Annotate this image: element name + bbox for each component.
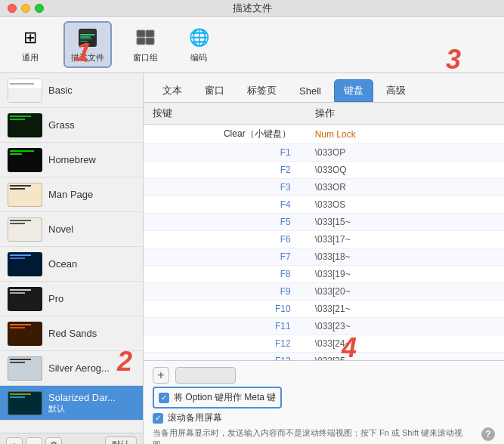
svg-rect-1 [80, 30, 95, 33]
table-row[interactable]: Clear（小键盘）Num Lock [144, 125, 504, 144]
sidebar-item-ocean[interactable]: Ocean [0, 247, 143, 282]
theme-preview-silveraero [8, 356, 42, 381]
toolbar-general[interactable]: ⊞ 通用 [11, 21, 50, 68]
add-key-button[interactable]: + [153, 367, 169, 384]
sidebar-item-novel[interactable]: Novel [0, 212, 143, 247]
sidebar-item-name-silveraero: Silver Aerog... [48, 362, 135, 374]
minimize-button[interactable] [21, 4, 30, 13]
key-cell: F11 [144, 318, 306, 335]
table-row[interactable]: F10\033[21~ [144, 301, 504, 318]
sidebar: Basic Grass Homebrew [0, 73, 144, 444]
svg-rect-6 [137, 30, 145, 37]
table-row[interactable]: F5\033[15~ [144, 214, 504, 231]
sidebar-item-redsands[interactable]: Red Sands [0, 316, 143, 351]
table-row[interactable]: F3\033OR [144, 179, 504, 196]
add-profile-button[interactable]: + [6, 437, 23, 445]
table-row[interactable]: F9\033[20~ [144, 283, 504, 301]
tab-text[interactable]: 文本 [153, 79, 192, 102]
sidebar-item-name-grass: Grass [48, 119, 135, 131]
settings-profile-button[interactable]: ⚙ [45, 437, 62, 445]
sidebar-item-homebrew[interactable]: Homebrew [0, 143, 143, 177]
theme-preview-novel [8, 217, 42, 242]
col-header-action: 操作 [306, 103, 504, 125]
toolbar-general-label: 通用 [22, 52, 39, 63]
hint-text: 当备用屏幕显示时，发送输入内容而不是滚动终端视图；按下 Fn 或 Shift 键… [153, 427, 475, 444]
fullscreen-button[interactable] [35, 4, 44, 13]
toolbar-window-label: 窗口组 [133, 52, 158, 63]
right-panel: 文本 窗口 标签页 Shell 键盘 高级 按键 操作 Clear（小键盘）Nu… [144, 73, 504, 444]
svg-rect-7 [137, 38, 145, 45]
general-icon: ⊞ [18, 26, 42, 50]
sidebar-item-name-basic: Basic [48, 85, 135, 96]
toolbar-window[interactable]: 窗口组 [125, 21, 165, 68]
key-cell: F8 [144, 266, 306, 283]
sidebar-bottom: + − ⚙ 默认 [0, 433, 143, 444]
key-cell: F1 [144, 144, 306, 162]
svg-rect-8 [146, 30, 154, 37]
theme-preview-grass [8, 113, 42, 137]
checkbox-meta-row[interactable]: 将 Option 键用作 Meta 键 [153, 387, 282, 409]
checkbox-scroll-icon[interactable] [153, 413, 163, 424]
toolbar-profile[interactable]: 描述文件 [63, 21, 112, 68]
table-row[interactable]: F4\033OS [144, 196, 504, 214]
action-cell: \033OS [306, 196, 504, 214]
toolbar-encoding-label: 编码 [190, 52, 207, 63]
key-cell: F7 [144, 248, 306, 266]
theme-preview-basic [8, 79, 42, 103]
table-row[interactable]: F12\033[24~ [144, 335, 504, 353]
table-row[interactable]: F7\033[18~ [144, 248, 504, 266]
sidebar-item-name-homebrew: Homebrew [48, 154, 135, 165]
tabs: 文本 窗口 标签页 Shell 键盘 高级 [144, 73, 504, 103]
action-cell: \033[25~ [306, 353, 504, 361]
checkbox-meta-icon[interactable] [159, 393, 169, 403]
table-row[interactable]: F6\033[17~ [144, 231, 504, 248]
sidebar-item-solarized[interactable]: Solarized Dar... 默认 [0, 386, 143, 421]
action-cell: \033[23~ [306, 318, 504, 335]
sidebar-item-basic[interactable]: Basic [0, 73, 143, 108]
sidebar-item-silveraero[interactable]: Silver Aerog... [0, 351, 143, 386]
theme-preview-pro [8, 287, 42, 311]
tab-keyboard[interactable]: 键盘 [334, 79, 373, 102]
tab-advanced[interactable]: 高级 [376, 79, 416, 102]
bottom-toolbar-row: + [153, 367, 495, 384]
svg-rect-4 [80, 39, 92, 39]
key-cell: F6 [144, 231, 306, 248]
tab-window[interactable]: 窗口 [195, 79, 234, 102]
theme-preview-ocean [8, 252, 42, 276]
toolbar: ⊞ 通用 描述文件 窗口组 🌐 编码 [0, 17, 504, 73]
table-row[interactable]: F1\033OP [144, 144, 504, 162]
help-button[interactable]: ? [481, 427, 495, 441]
action-cell: Num Lock [306, 125, 504, 144]
theme-preview-homebrew [8, 148, 42, 172]
checkbox-scroll-label: 滚动备用屏幕 [168, 412, 222, 424]
svg-rect-9 [146, 38, 154, 45]
action-cell: \033OP [306, 144, 504, 162]
sidebar-item-info-basic: Basic [48, 85, 135, 96]
action-cell: \033[17~ [306, 231, 504, 248]
table-row[interactable]: F13\033[25~ [144, 353, 504, 361]
window-title: 描述文件 [233, 2, 272, 15]
table-row[interactable]: F2\033OQ [144, 162, 504, 179]
traffic-lights [8, 4, 44, 13]
tab-shell[interactable]: Shell [289, 81, 331, 101]
action-cell: \033OR [306, 179, 504, 196]
keyboard-table-area[interactable]: 按键 操作 Clear（小键盘）Num LockF1\033OPF2\033OQ… [144, 103, 504, 360]
table-row[interactable]: F11\033[23~ [144, 318, 504, 335]
remove-profile-button[interactable]: − [26, 437, 42, 445]
close-button[interactable] [8, 4, 17, 13]
checkbox-scroll-row[interactable]: 滚动备用屏幕 [153, 412, 495, 424]
checkbox-meta-label: 将 Option 键用作 Meta 键 [174, 391, 276, 404]
sidebar-item-manpage[interactable]: Man Page [0, 177, 143, 212]
sidebar-item-info-ocean: Ocean [48, 258, 135, 270]
sidebar-item-pro[interactable]: Pro [0, 282, 143, 316]
sidebar-item-info-redsands: Red Sands [48, 328, 135, 339]
table-row[interactable]: F8\033[19~ [144, 266, 504, 283]
sidebar-item-name-novel: Novel [48, 224, 135, 235]
default-button[interactable]: 默认 [105, 436, 137, 444]
col-header-key: 按键 [144, 103, 306, 125]
key-cell: F10 [144, 301, 306, 318]
toolbar-encoding[interactable]: 🌐 编码 [179, 21, 218, 68]
sidebar-item-sub-solarized: 默认 [48, 403, 135, 415]
sidebar-item-grass[interactable]: Grass [0, 108, 143, 143]
tab-tabpage[interactable]: 标签页 [237, 79, 286, 102]
